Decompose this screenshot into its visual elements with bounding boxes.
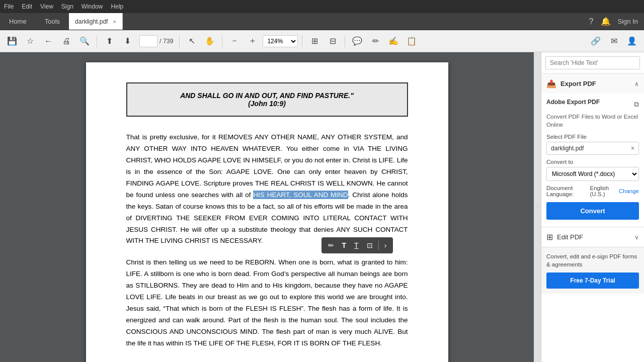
page-separator: / bbox=[159, 38, 161, 45]
popup-text-button[interactable]: T bbox=[340, 239, 349, 251]
export-pdf-label: Export PDF bbox=[560, 80, 596, 87]
pdf-paragraph-2: Christ is then telling us we need to be … bbox=[126, 257, 408, 349]
print-button[interactable]: 🖨 bbox=[58, 33, 74, 49]
file-row: darklight.pdf × bbox=[546, 142, 639, 155]
popup-select-button[interactable]: ⊡ bbox=[364, 239, 375, 251]
edit-pdf-icon: ⊞ bbox=[546, 232, 553, 242]
free-trial-button[interactable]: Free 7-Day Trial bbox=[546, 273, 639, 289]
popup-text2-button[interactable]: T bbox=[352, 239, 361, 251]
popup-separator bbox=[378, 241, 379, 250]
toolbar: 💾 ☆ ← 🖨 🔍 ⬆ ⬇ 231 / 739 ↖ ✋ － ＋ 124% ⊞ ⊟… bbox=[0, 30, 644, 52]
quote-line2: (John 10:9) bbox=[137, 100, 397, 108]
zoom-out-button[interactable]: － bbox=[226, 33, 243, 49]
edit-pdf-section: ⊞ Edit PDF ∨ bbox=[541, 227, 644, 247]
edit-pdf-label: Edit PDF bbox=[557, 233, 583, 241]
page-navigation: 231 / 739 bbox=[139, 35, 173, 47]
right-panel-search bbox=[541, 52, 644, 74]
menu-window[interactable]: Window bbox=[82, 3, 103, 10]
export-pdf-section: 📤 Export PDF ∧ Adobe Export PDF ⧉ Conver… bbox=[541, 74, 644, 227]
zoom-select[interactable]: 124% bbox=[263, 35, 298, 47]
convert-to-select[interactable]: Microsoft Word (*.docx) bbox=[546, 167, 639, 181]
pdf-filename: darklight.pdf bbox=[551, 145, 584, 152]
export-chevron-icon: ∧ bbox=[634, 80, 639, 87]
toolbar-sep-3 bbox=[222, 35, 222, 47]
tab-close-icon[interactable]: × bbox=[113, 19, 116, 25]
save-button[interactable]: 💾 bbox=[4, 33, 20, 49]
menu-file[interactable]: File bbox=[4, 3, 14, 10]
select-area-button[interactable]: ⊞ bbox=[306, 33, 323, 49]
lang-value: English (U.S.) bbox=[590, 185, 616, 197]
comment-button[interactable]: 💬 bbox=[349, 33, 365, 49]
prev-page-button[interactable]: ⬆ bbox=[101, 33, 117, 49]
bookmark-button[interactable]: ☆ bbox=[22, 33, 38, 49]
main-area: AND SHALL GO IN AND OUT, AND FIND PASTUR… bbox=[0, 52, 644, 362]
back-button[interactable]: ← bbox=[40, 33, 56, 49]
notification-icon[interactable]: 🔔 bbox=[601, 17, 611, 26]
resize-handle[interactable]: ⋮ bbox=[534, 52, 541, 362]
highlight-button[interactable]: ✍ bbox=[385, 33, 401, 49]
copy-icon: ⧉ bbox=[634, 100, 639, 109]
pen-button[interactable]: ✏ bbox=[367, 33, 383, 49]
search-input[interactable] bbox=[545, 56, 640, 69]
stamp-button[interactable]: 📋 bbox=[404, 33, 420, 49]
pdf-page: AND SHALL GO IN AND OUT, AND FIND PASTUR… bbox=[86, 62, 448, 362]
convert-button[interactable]: Convert bbox=[546, 202, 639, 220]
pdf-viewer[interactable]: AND SHALL GO IN AND OUT, AND FIND PASTUR… bbox=[0, 52, 534, 362]
toolbar-sep-2 bbox=[179, 35, 180, 47]
menu-edit[interactable]: Edit bbox=[22, 3, 32, 10]
quote-box: AND SHALL GO IN AND OUT, AND FIND PASTUR… bbox=[126, 82, 408, 117]
next-page-button[interactable]: ⬇ bbox=[119, 33, 135, 49]
menu-help[interactable]: Help bbox=[111, 3, 124, 10]
adobe-export-desc: Convert PDF Files to Word or Excel Onlin… bbox=[546, 113, 639, 129]
tab-tools[interactable]: Tools bbox=[36, 13, 69, 30]
tab-bar: Home Tools darklight.pdf × ? 🔔 Sign In bbox=[0, 13, 644, 30]
convert-to-label: Convert to bbox=[546, 159, 639, 165]
toolbar-sep-5 bbox=[345, 35, 345, 47]
tab-file-label: darklight.pdf bbox=[75, 18, 108, 25]
popup-pen-button[interactable]: ✏ bbox=[326, 239, 337, 251]
toolbar-sep-1 bbox=[97, 35, 97, 47]
share-button[interactable]: 🔗 bbox=[588, 33, 604, 49]
export-pdf-header[interactable]: 📤 Export PDF ∧ bbox=[541, 74, 644, 94]
file-close-icon[interactable]: × bbox=[631, 145, 634, 152]
right-panel: 📤 Export PDF ∧ Adobe Export PDF ⧉ Conver… bbox=[541, 52, 644, 362]
tab-file[interactable]: darklight.pdf × bbox=[69, 13, 123, 30]
bottom-text: Convert, edit and e-sign PDF forms & agr… bbox=[546, 252, 639, 268]
hand-tool-button[interactable]: ✋ bbox=[202, 33, 218, 49]
account-button[interactable]: 👤 bbox=[624, 33, 640, 49]
total-pages: 739 bbox=[163, 38, 173, 45]
sign-in-button[interactable]: Sign In bbox=[618, 18, 638, 25]
menu-view[interactable]: View bbox=[40, 3, 53, 10]
edit-pdf-row[interactable]: ⊞ Edit PDF ∨ bbox=[546, 232, 639, 242]
lang-change-link[interactable]: Change bbox=[619, 188, 639, 194]
select-file-label: Select PDF File bbox=[546, 134, 639, 140]
help-icon[interactable]: ? bbox=[589, 17, 594, 26]
quote-line1: AND SHALL GO IN AND OUT, AND FIND PASTUR… bbox=[137, 92, 397, 100]
edit-chevron-icon: ∨ bbox=[634, 234, 639, 241]
export-pdf-title-row: 📤 Export PDF bbox=[546, 79, 596, 88]
text-selection-toolbar: ✏ T T ⊡ › bbox=[321, 237, 393, 253]
adobe-export-title: Adobe Export PDF bbox=[546, 99, 600, 106]
tab-home[interactable]: Home bbox=[0, 13, 36, 30]
toolbar-sep-4 bbox=[302, 35, 302, 47]
email-button[interactable]: ✉ bbox=[606, 33, 622, 49]
toolbar-right: 🔗 ✉ 👤 bbox=[588, 33, 640, 49]
zoom-in-button[interactable]: ＋ bbox=[245, 33, 261, 49]
language-row: Document Language: English (U.S.) Change bbox=[546, 185, 639, 197]
export-pdf-content: Adobe Export PDF ⧉ Convert PDF Files to … bbox=[541, 94, 644, 227]
right-panel-bottom: Convert, edit and e-sign PDF forms & agr… bbox=[541, 247, 644, 294]
pdf-scroll[interactable]: AND SHALL GO IN AND OUT, AND FIND PASTUR… bbox=[0, 52, 534, 362]
search-button[interactable]: 🔍 bbox=[76, 33, 93, 49]
marquee-button[interactable]: ⊟ bbox=[325, 33, 341, 49]
menu-bar: File Edit View Sign Window Help bbox=[0, 0, 644, 13]
highlight-text-1: HIS HEART, SOUL AND MIND bbox=[253, 191, 348, 199]
page-input[interactable]: 231 bbox=[139, 35, 157, 47]
menu-sign[interactable]: Sign bbox=[61, 3, 73, 10]
lang-label: Document Language: bbox=[546, 185, 588, 197]
export-icon: 📤 bbox=[546, 79, 556, 88]
popup-more-button[interactable]: › bbox=[382, 239, 389, 251]
pdf-paragraph-3: Christ then added, “THAT WHICH IS BORN O… bbox=[126, 359, 408, 362]
cursor-tool-button[interactable]: ↖ bbox=[184, 33, 200, 49]
tab-right-area: ? 🔔 Sign In bbox=[589, 17, 644, 26]
pdf-paragraph-1: That is pretty exclusive, for it REMOVES… bbox=[126, 132, 408, 247]
